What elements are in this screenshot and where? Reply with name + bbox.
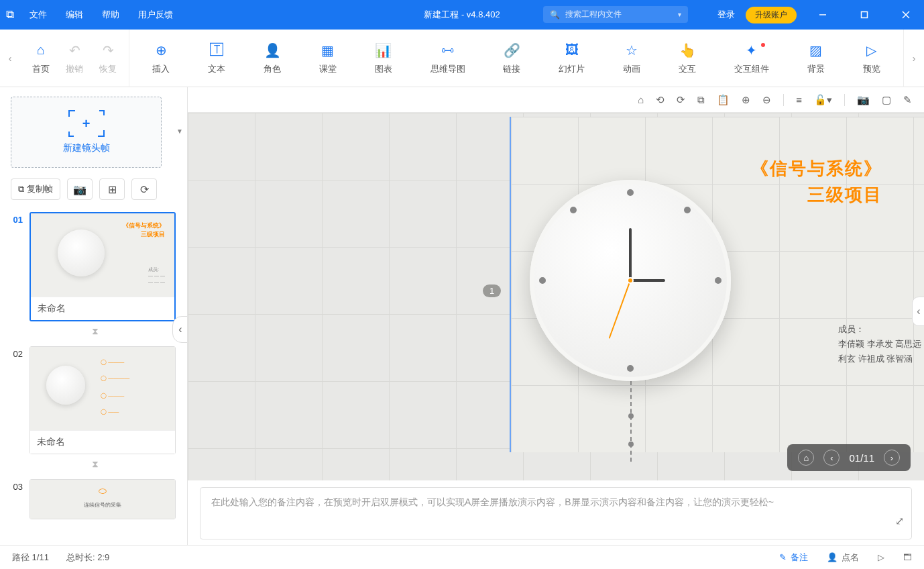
slide-item-1[interactable]: 01 《信号与系统》三级项目 成员:— — —— — — 未命名 bbox=[11, 212, 179, 321]
login-link[interactable]: 登录 bbox=[717, 9, 735, 21]
qr-button[interactable]: ⊞ bbox=[99, 178, 125, 200]
slide-thumb: ⬭ 连续信号的采集 bbox=[30, 479, 176, 519]
tb-chart[interactable]: 📊图表 bbox=[367, 42, 400, 75]
camera-button[interactable]: 📷 bbox=[67, 178, 93, 200]
notes-expand-icon[interactable]: ⤢ bbox=[895, 515, 904, 527]
tb-home[interactable]: ⌂首页 bbox=[24, 42, 58, 75]
maximize-button[interactable] bbox=[849, 0, 880, 30]
sidebar-collapse-button[interactable]: ‹ bbox=[172, 316, 188, 343]
document-title: 新建工程 - v4.8.402 bbox=[424, 9, 500, 21]
status-roll-button[interactable]: 👤点名 bbox=[827, 552, 859, 564]
home-icon: ⌂ bbox=[32, 42, 50, 59]
status-path: 路径 1/11 bbox=[12, 552, 49, 564]
tb-slideshow[interactable]: 🖼幻灯片 bbox=[551, 42, 593, 75]
anim-icon: ☆ bbox=[623, 42, 640, 59]
tb-text[interactable]: 🅃文本 bbox=[200, 42, 233, 75]
separator bbox=[783, 94, 784, 106]
path-index-badge[interactable]: 1 bbox=[483, 284, 501, 297]
redo-icon: ↷ bbox=[99, 42, 117, 59]
tb-class[interactable]: ▦课堂 bbox=[311, 42, 345, 75]
status-play-button[interactable]: ▷ bbox=[878, 552, 884, 562]
main-area: + 新建镜头帧 ▼ ⧉复制帧 📷 ⊞ ⟳ 01 《信号与系统》三级项目 成员:—… bbox=[0, 87, 924, 545]
ct-zoom-in-icon[interactable]: ⊕ bbox=[742, 94, 750, 106]
slide-title[interactable]: 《信号与系统》 三级项目 bbox=[751, 156, 882, 208]
slide-item-3[interactable]: 03 ⬭ 连续信号的采集 bbox=[11, 479, 179, 519]
tb-bg[interactable]: ▨背景 bbox=[799, 42, 833, 75]
tb-undo[interactable]: ↶撤销 bbox=[58, 42, 91, 75]
class-icon: ▦ bbox=[319, 42, 337, 59]
canvas-nav: ⌂ ‹ 01/11 › bbox=[787, 444, 911, 471]
person-icon: 👤 bbox=[827, 552, 838, 562]
components-icon: ✦ bbox=[743, 42, 760, 59]
keyframe-dropdown[interactable]: ▼ bbox=[176, 127, 183, 135]
notes-textarea[interactable]: 在此处输入您的备注内容，在预览时开启双屏模式，可以实现A屏全屏播放演示内容，B屏… bbox=[200, 487, 912, 539]
menu-file[interactable]: 文件 bbox=[20, 0, 56, 30]
statusbar: 路径 1/11 总时长: 2:9 ✎备注 👤点名 ▷ 🗔 bbox=[0, 545, 924, 569]
minimize-button[interactable] bbox=[807, 0, 838, 30]
keyframe-corners-icon: + bbox=[68, 110, 105, 137]
new-keyframe-button[interactable]: + 新建镜头帧 bbox=[11, 97, 162, 168]
ct-align-icon[interactable]: ≡ bbox=[796, 94, 802, 105]
upgrade-button[interactable]: 升级账户 bbox=[746, 7, 797, 23]
sidebar: + 新建镜头帧 ▼ ⧉复制帧 📷 ⊞ ⟳ 01 《信号与系统》三级项目 成员:—… bbox=[0, 87, 188, 545]
ct-edit-icon[interactable]: ✎ bbox=[903, 94, 912, 106]
svg-rect-1 bbox=[862, 12, 868, 18]
menu-help[interactable]: 帮助 bbox=[93, 0, 129, 30]
tb-components[interactable]: ✦交互组件 bbox=[726, 42, 777, 75]
tb-preview[interactable]: ▷预览 bbox=[855, 42, 888, 75]
slideshow-icon: 🖼 bbox=[563, 42, 581, 59]
notes-placeholder: 在此处输入您的备注内容，在预览时开启双屏模式，可以实现A屏全屏播放演示内容，B屏… bbox=[211, 497, 774, 507]
ct-lock-icon[interactable]: 🔓▾ bbox=[814, 94, 832, 106]
canvas-column: ⌂ ⟲ ⟳ ⧉ 📋 ⊕ ⊖ ≡ 🔓▾ 📷 ▢ ✎ bbox=[188, 87, 924, 545]
nav-home-button[interactable]: ⌂ bbox=[798, 450, 814, 466]
ct-camera-icon[interactable]: 📷 bbox=[857, 94, 870, 106]
hourglass-icon: ⧗ bbox=[11, 458, 179, 470]
hourglass-icon: ⧗ bbox=[11, 325, 179, 337]
ct-home-icon[interactable]: ⌂ bbox=[638, 94, 644, 105]
interact-icon: 👆 bbox=[679, 42, 696, 59]
titlebar: ⧉ 文件 编辑 帮助 用户反馈 新建工程 - v4.8.402 🔍 搜索工程内文… bbox=[0, 0, 924, 30]
tb-redo[interactable]: ↷恢复 bbox=[91, 42, 125, 75]
tb-mindmap[interactable]: ⧟思维导图 bbox=[422, 42, 473, 75]
tb-role[interactable]: 👤角色 bbox=[255, 42, 289, 75]
app-logo-icon: ⧉ bbox=[0, 8, 20, 21]
menu-feedback[interactable]: 用户反馈 bbox=[129, 0, 182, 30]
tb-anim[interactable]: ☆动画 bbox=[615, 42, 648, 75]
insert-icon: ⊕ bbox=[152, 42, 170, 59]
tb-interact[interactable]: 👆交互 bbox=[671, 42, 704, 75]
nav-prev-button[interactable]: ‹ bbox=[823, 450, 840, 466]
ct-redo2-icon[interactable]: ⟳ bbox=[677, 94, 685, 106]
notes-panel: 在此处输入您的备注内容，在预览时开启双屏模式，可以实现A屏全屏播放演示内容，B屏… bbox=[188, 480, 924, 545]
ct-copy-icon[interactable]: ⧉ bbox=[697, 94, 705, 106]
ct-undo2-icon[interactable]: ⟲ bbox=[656, 94, 665, 106]
path-line bbox=[630, 381, 632, 462]
slide-num: 03 bbox=[11, 479, 23, 492]
nav-next-button[interactable]: › bbox=[884, 450, 900, 466]
search-input[interactable]: 🔍 搜索工程内文件 bbox=[543, 6, 688, 23]
slides-list: 01 《信号与系统》三级项目 成员:— — —— — — 未命名 ⧗ 02 bbox=[11, 212, 179, 545]
tb-link[interactable]: 🔗链接 bbox=[495, 42, 528, 75]
slide-item-2[interactable]: 02 ◯ ——— ◯ ———— ◯ ——— ◯ —— 未命名 bbox=[11, 346, 179, 454]
ct-paste-icon[interactable]: 📋 bbox=[717, 94, 730, 106]
right-panel-toggle[interactable]: ‹ bbox=[912, 297, 924, 326]
status-present-button[interactable]: 🗔 bbox=[903, 552, 912, 562]
toolbar-scroll-left[interactable]: ‹ bbox=[0, 30, 20, 87]
ct-zoom-out-icon[interactable]: ⊖ bbox=[762, 94, 771, 106]
undo-icon: ↶ bbox=[66, 42, 83, 59]
slide-thumb: 《信号与系统》三级项目 成员:— — —— — — 未命名 bbox=[30, 212, 176, 321]
members-text[interactable]: 成员： 李倩颖 李承发 高思远 利玄 许祖成 张智涵 bbox=[838, 322, 921, 366]
copy-frame-button[interactable]: ⧉复制帧 bbox=[11, 178, 60, 200]
close-button[interactable] bbox=[890, 0, 921, 30]
slide-num: 02 bbox=[11, 346, 23, 359]
menu-edit[interactable]: 编辑 bbox=[56, 0, 93, 30]
tb-insert[interactable]: ⊕插入 bbox=[144, 42, 178, 75]
canvas[interactable]: 《信号与系统》 三级项目 成员： 李倩颖 李承发 高思远 利玄 许祖成 张智涵 … bbox=[188, 113, 924, 480]
search-placeholder: 搜索工程内文件 bbox=[565, 9, 622, 20]
toolbar-scroll-right[interactable]: › bbox=[904, 30, 924, 87]
clock-graphic[interactable] bbox=[530, 180, 731, 381]
preview-icon: ▷ bbox=[863, 42, 880, 59]
ct-fit-icon[interactable]: ▢ bbox=[882, 94, 891, 106]
path-button[interactable]: ⟳ bbox=[131, 178, 157, 200]
sidebar-actions: ⧉复制帧 📷 ⊞ ⟳ bbox=[11, 178, 179, 200]
status-notes-button[interactable]: ✎备注 bbox=[779, 552, 808, 564]
